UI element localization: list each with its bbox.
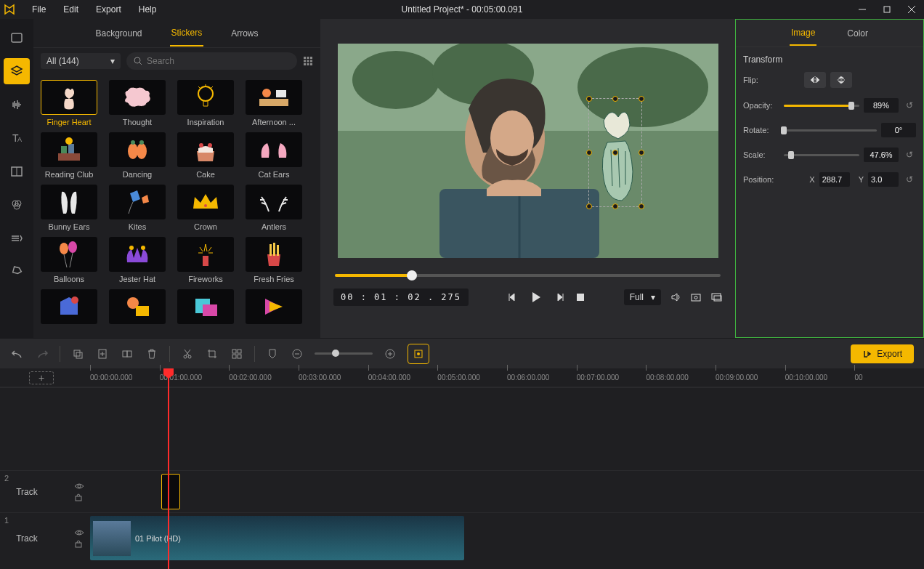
reset-icon[interactable]: ↺ — [906, 150, 916, 160]
video-clip[interactable]: 01 Pilot (HD) — [90, 516, 464, 560]
prev-frame-button[interactable] — [507, 291, 519, 303]
reset-icon[interactable]: ↺ — [906, 174, 916, 185]
export-button[interactable]: Export — [851, 344, 914, 363]
sticker-item[interactable]: Bunny Ears — [41, 185, 97, 231]
flip-horizontal-button[interactable] — [804, 72, 826, 88]
track-body[interactable]: 01 Pilot (HD) — [90, 513, 924, 563]
position-x-input[interactable]: 288.7 — [819, 172, 850, 187]
zoom-in-button[interactable] — [383, 347, 397, 361]
svg-point-52 — [352, 51, 439, 109]
audio-tool[interactable] — [4, 92, 30, 118]
menu-edit[interactable]: Edit — [56, 1, 86, 17]
layers-tool[interactable] — [4, 58, 30, 84]
reset-icon[interactable]: ↺ — [906, 100, 916, 110]
sticker-item[interactable]: Jester Hat — [109, 237, 166, 283]
category-dropdown[interactable]: All (144) ▾ — [41, 53, 121, 69]
volume-icon[interactable] — [670, 291, 681, 303]
sticker-item[interactable] — [246, 289, 302, 327]
media-tool[interactable] — [4, 25, 30, 51]
search-input[interactable] — [147, 56, 290, 66]
opacity-value[interactable]: 89% — [864, 98, 899, 113]
stop-button[interactable] — [575, 292, 585, 302]
duplicate-button[interactable] — [120, 347, 134, 361]
sticker-clip[interactable] — [161, 474, 180, 509]
export-options-button[interactable] — [408, 344, 429, 364]
undo-button[interactable] — [10, 347, 25, 361]
scale-slider[interactable] — [784, 154, 859, 156]
grid-view-icon[interactable] — [303, 56, 313, 66]
sticker-item[interactable]: Balloons — [41, 237, 97, 283]
sticker-item[interactable]: Finger Heart — [41, 80, 97, 126]
opacity-slider[interactable] — [784, 105, 859, 107]
sticker-item[interactable]: Thought — [109, 80, 166, 126]
rotate-value[interactable]: 0° — [881, 123, 916, 137]
svg-rect-85 — [76, 496, 81, 501]
playhead[interactable] — [168, 368, 169, 569]
sticker-item[interactable]: Fresh Fries — [246, 237, 302, 283]
svg-point-34 — [139, 140, 144, 145]
timeline-ruler[interactable]: + 00:00:00.00000:01:00.00000:02:00.00000… — [0, 368, 924, 387]
sticker-item[interactable] — [177, 289, 234, 327]
cut-button[interactable] — [180, 347, 195, 361]
crop-button[interactable] — [205, 347, 219, 361]
preview-scrubber[interactable] — [328, 274, 728, 277]
text-tool[interactable]: TA — [4, 125, 30, 151]
lock-icon[interactable] — [74, 493, 84, 501]
svg-rect-64 — [74, 350, 80, 356]
video-preview[interactable] — [338, 44, 718, 258]
grid-button[interactable] — [230, 347, 244, 361]
zoom-slider[interactable] — [315, 352, 373, 355]
sticker-item[interactable]: Cat Ears — [246, 132, 302, 179]
visibility-icon[interactable] — [74, 529, 84, 536]
sticker-item[interactable]: Fireworks — [177, 237, 234, 283]
marker-button[interactable] — [265, 347, 280, 361]
sticker-item[interactable]: Inspiration — [177, 80, 234, 126]
sticker-item[interactable] — [109, 289, 166, 327]
zoom-out-button[interactable] — [290, 347, 304, 361]
filter-tool[interactable] — [4, 192, 30, 218]
minimize-button[interactable] — [850, 0, 875, 19]
sticker-item[interactable]: Dancing — [109, 132, 166, 179]
sticker-bounding-box[interactable] — [588, 98, 642, 207]
tab-stickers[interactable]: Stickers — [170, 20, 204, 47]
delete-button[interactable] — [145, 347, 159, 361]
rotate-slider[interactable] — [784, 129, 877, 132]
scale-value[interactable]: 47.6% — [864, 148, 899, 162]
play-button[interactable] — [529, 290, 543, 304]
maximize-button[interactable] — [875, 0, 899, 19]
paste-button[interactable] — [95, 347, 110, 361]
track-body[interactable] — [90, 471, 924, 512]
flip-vertical-button[interactable] — [830, 72, 852, 88]
sticker-item[interactable]: Antlers — [246, 185, 302, 231]
tab-background[interactable]: Background — [94, 21, 143, 46]
copy-button[interactable] — [70, 347, 85, 361]
svg-point-35 — [199, 143, 203, 148]
tab-arrows[interactable]: Arrows — [230, 21, 259, 46]
sticker-item[interactable]: Cake — [177, 132, 234, 179]
position-y-input[interactable]: 3.0 — [868, 172, 899, 187]
sticker-item[interactable]: Reading Club — [41, 132, 97, 179]
sticker-item[interactable] — [41, 289, 97, 327]
menu-export[interactable]: Export — [89, 1, 129, 17]
sticker-item[interactable]: Crown — [177, 185, 234, 231]
transition-tool[interactable] — [4, 225, 30, 251]
tab-color[interactable]: Color — [846, 22, 870, 45]
next-frame-button[interactable] — [554, 291, 565, 303]
tab-image[interactable]: Image — [790, 21, 816, 46]
lock-icon[interactable] — [74, 539, 84, 548]
close-button[interactable] — [899, 0, 924, 19]
svg-rect-59 — [577, 294, 584, 301]
visibility-icon[interactable] — [74, 483, 84, 490]
fullscreen-icon[interactable] — [710, 291, 722, 303]
add-track-button[interactable]: + — [29, 371, 54, 384]
sticker-item[interactable]: Afternoon ... — [246, 80, 302, 126]
redo-button[interactable] — [35, 347, 49, 361]
quality-dropdown[interactable]: Full▾ — [624, 289, 661, 305]
split-tool[interactable] — [4, 158, 30, 185]
menu-file[interactable]: File — [25, 1, 53, 17]
snapshot-icon[interactable] — [690, 291, 702, 303]
tag-tool[interactable] — [4, 259, 30, 285]
menu-help[interactable]: Help — [131, 1, 164, 17]
sticker-item[interactable]: Kites — [109, 185, 166, 231]
search-box[interactable] — [126, 52, 297, 70]
